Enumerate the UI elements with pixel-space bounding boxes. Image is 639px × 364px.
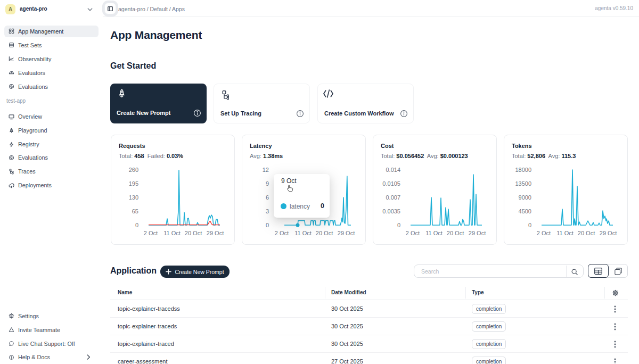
svg-text:20 Oct: 20 Oct [578, 230, 595, 236]
svg-text:18000: 18000 [515, 167, 531, 173]
svg-text:0.0035: 0.0035 [382, 208, 400, 214]
svg-text:29 Oct: 29 Oct [338, 230, 355, 236]
svg-text:0.007: 0.007 [386, 194, 400, 201]
svg-text:20 Oct: 20 Oct [447, 230, 464, 236]
svg-text:29 Oct: 29 Oct [207, 230, 224, 236]
svg-text:2 Oct: 2 Oct [275, 230, 289, 236]
svg-text:4500: 4500 [519, 208, 531, 214]
svg-text:65: 65 [132, 208, 138, 214]
svg-text:6: 6 [266, 194, 269, 201]
svg-text:11 Oct: 11 Oct [163, 230, 181, 236]
svg-text:9: 9 [266, 180, 269, 187]
svg-text:0: 0 [266, 222, 269, 228]
svg-text:11 Oct: 11 Oct [556, 230, 574, 236]
svg-text:20 Oct: 20 Oct [316, 230, 333, 236]
svg-text:9000: 9000 [519, 194, 531, 201]
svg-text:0.0105: 0.0105 [382, 180, 400, 187]
svg-text:195: 195 [129, 180, 138, 187]
svg-text:11 Oct: 11 Oct [425, 230, 443, 236]
svg-text:13500: 13500 [515, 180, 531, 187]
svg-text:2 Oct: 2 Oct [537, 230, 551, 236]
svg-text:2 Oct: 2 Oct [406, 230, 420, 236]
svg-text:260: 260 [129, 167, 138, 173]
svg-text:12: 12 [263, 167, 269, 173]
svg-text:0: 0 [397, 222, 400, 228]
svg-text:20 Oct: 20 Oct [185, 230, 202, 236]
svg-text:0: 0 [135, 222, 138, 228]
svg-text:0.014: 0.014 [386, 167, 400, 173]
svg-text:0: 0 [528, 222, 531, 228]
svg-text:130: 130 [129, 194, 138, 201]
svg-text:11 Oct: 11 Oct [294, 230, 312, 236]
svg-text:3: 3 [266, 208, 269, 214]
svg-text:2 Oct: 2 Oct [144, 230, 158, 236]
svg-text:29 Oct: 29 Oct [600, 230, 617, 236]
svg-text:29 Oct: 29 Oct [469, 230, 486, 236]
